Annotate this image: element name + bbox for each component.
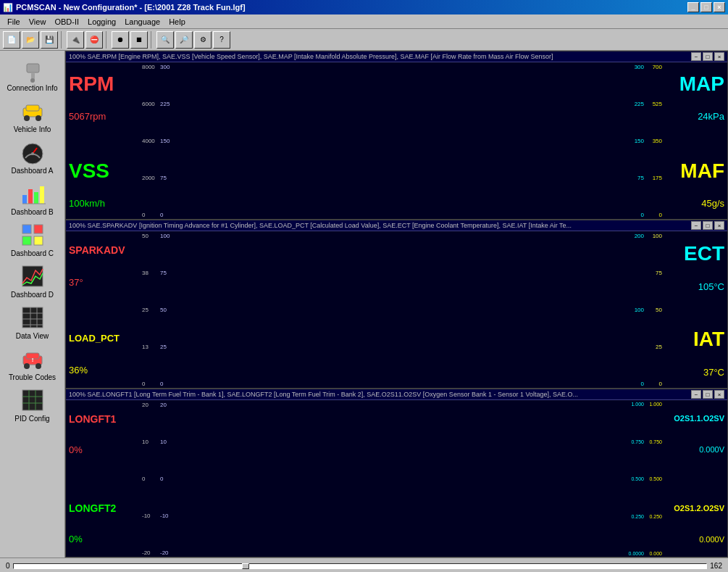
sparkadv-label: SPARKADV <box>69 244 139 256</box>
sep1 <box>61 31 64 49</box>
c3-r2-ax4: 0.250 <box>646 514 662 519</box>
c3-l-ax4: -10 <box>142 513 158 519</box>
svg-point-4 <box>30 78 35 83</box>
menu-file[interactable]: File <box>3 16 25 28</box>
sidebar-item-dashboard-c[interactable]: Dashboard C <box>4 219 62 259</box>
chart-area: 100% SAE.RPM [Engine RPM], SAE.VSS [Vehi… <box>65 51 728 558</box>
menu-help[interactable]: Help <box>164 16 190 28</box>
menu-logging[interactable]: Logging <box>83 16 120 28</box>
svg-rect-2 <box>27 64 39 72</box>
rpm-value: 5067rpm <box>69 111 139 122</box>
c2-r2-ax1: 100 <box>646 233 662 239</box>
chart3-maximize[interactable]: □ <box>703 390 713 399</box>
sidebar-item-dashboard-b[interactable]: Dashboard B <box>4 178 62 217</box>
chart-panel-1: 100% SAE.RPM [Engine RPM], SAE.VSS [Vehi… <box>65 51 728 220</box>
menu-language[interactable]: Language <box>120 16 164 28</box>
connect-btn[interactable]: 🔌 <box>67 31 84 49</box>
sidebar-label-dashboard-d: Dashboard D <box>11 291 54 299</box>
chart1-canvas-area: 8000 6000 4000 2000 0 300 225 150 75 0 <box>142 62 662 220</box>
c1-r-ax2: 225 <box>628 101 644 107</box>
chart1-maximize[interactable]: □ <box>703 52 713 61</box>
map-label: MAP <box>679 74 724 94</box>
c2-l2-ax5: 0 <box>160 381 176 387</box>
slider-thumb[interactable] <box>242 563 249 569</box>
sidebar-label-data-view: Data View <box>16 332 49 340</box>
c1-r-ax1: 300 <box>628 64 644 70</box>
c3-l2-ax4: -10 <box>160 513 176 519</box>
c2-r2-ax4: 25 <box>646 344 662 350</box>
svg-rect-14 <box>34 192 38 204</box>
chart3-close[interactable]: × <box>714 390 724 399</box>
disconnect-btn[interactable]: ⛔ <box>85 31 103 49</box>
c1-r2-ax4: 175 <box>646 175 662 181</box>
minimize-btn[interactable]: _ <box>687 2 699 12</box>
c3-r2-ax3: 0.500 <box>646 476 662 481</box>
stop-rec-btn[interactable]: ⏹ <box>130 31 148 49</box>
table-icon <box>18 303 47 332</box>
sep2 <box>106 31 109 49</box>
chart2-maximize[interactable]: □ <box>703 221 713 230</box>
bar-chart-icon <box>18 179 47 208</box>
sidebar-item-vehicle-info[interactable]: Vehicle Info <box>4 95 62 135</box>
c2-r-ax1: 200 <box>628 233 644 239</box>
sidebar-item-connection-info[interactable]: Connection Info <box>4 54 62 94</box>
c1-l2-ax2: 225 <box>160 101 176 107</box>
menu-obd2[interactable]: OBD-II <box>50 16 83 28</box>
menu-view[interactable]: View <box>25 16 51 28</box>
car-icon <box>18 96 47 125</box>
c1-r-ax5: 0 <box>628 212 644 218</box>
c2-r2-ax2: 75 <box>646 270 662 276</box>
options-btn[interactable]: ⚙ <box>194 31 212 49</box>
c2-l-ax2: 38 <box>142 270 158 276</box>
chart2-controls: − □ × <box>691 221 724 230</box>
ect-value: 105°C <box>698 281 724 292</box>
close-btn[interactable]: × <box>714 2 725 12</box>
c3-r-ax1: 1.000 <box>622 402 644 407</box>
grid-icon <box>18 220 47 249</box>
maximize-btn[interactable]: □ <box>700 2 712 12</box>
c2-l2-ax2: 75 <box>160 270 176 276</box>
chart1-minimize[interactable]: − <box>691 52 701 61</box>
zoom-out-btn[interactable]: 🔎 <box>175 31 193 49</box>
svg-rect-17 <box>22 225 31 233</box>
chart3-body: LONGFT1 0% LONGFT2 0% 20 10 0 -10 -20 <box>66 400 727 558</box>
svg-text:!: ! <box>31 357 33 363</box>
title-text: PCMSCAN - New Configuration* - [E:\2001 … <box>16 3 246 12</box>
longft2-label: LONGFT2 <box>69 502 139 514</box>
sidebar-item-trouble-codes[interactable]: ! Trouble Codes <box>4 343 62 383</box>
chart2-canvas <box>142 231 662 389</box>
record-btn[interactable]: ⏺ <box>112 31 129 49</box>
sidebar-label-trouble-codes: Trouble Codes <box>9 373 56 381</box>
toolbar: 📄 📂 💾 🔌 ⛔ ⏺ ⏹ 🔍 🔎 ⚙ ? <box>0 29 728 51</box>
chart2-close[interactable]: × <box>714 221 724 230</box>
c3-r-ax4: 0.250 <box>622 514 644 519</box>
zoom-in-btn[interactable]: 🔍 <box>156 31 174 49</box>
sidebar-item-dashboard-d[interactable]: Dashboard D <box>4 260 62 300</box>
chart3-minimize[interactable]: − <box>691 390 701 399</box>
loadpct-value: 36% <box>69 365 139 376</box>
open-btn[interactable]: 📂 <box>22 31 39 49</box>
save-btn[interactable]: 💾 <box>41 31 58 49</box>
sidebar-item-pid-config[interactable]: PID Config <box>4 384 62 424</box>
new-btn[interactable]: 📄 <box>3 31 20 49</box>
chart1-close[interactable]: × <box>714 52 724 61</box>
chart2-minimize[interactable]: − <box>691 221 701 230</box>
sidebar-label-dashboard-a: Dashboard A <box>12 167 54 175</box>
sidebar-item-dashboard-a[interactable]: Dashboard A <box>4 136 62 176</box>
c1-l2-ax5: 0 <box>160 212 176 218</box>
sidebar-label-connection-info: Connection Info <box>7 84 57 92</box>
chart2-body: SPARKADV 37° LOAD_PCT 36% 50 38 25 13 0 <box>66 231 727 389</box>
chart3-header-text: 100% SAE.LONGFT1 [Long Term Fuel Trim - … <box>69 391 691 398</box>
chart1-controls: − □ × <box>691 52 724 61</box>
help-btn[interactable]: ? <box>213 31 230 49</box>
gauge-icon <box>18 138 47 167</box>
maf-value: 45g/s <box>701 198 724 209</box>
maf-label: MAF <box>680 161 724 181</box>
c3-l-ax2: 10 <box>142 439 158 445</box>
loadpct-label: LOAD_PCT <box>69 333 139 344</box>
svg-point-7 <box>24 115 30 121</box>
chart1-header-text: 100% SAE.RPM [Engine RPM], SAE.VSS [Vehi… <box>69 53 691 60</box>
sidebar-item-data-view[interactable]: Data View <box>4 302 62 341</box>
c3-r-ax2: 0.750 <box>622 439 644 444</box>
playback-slider[interactable] <box>13 563 708 569</box>
